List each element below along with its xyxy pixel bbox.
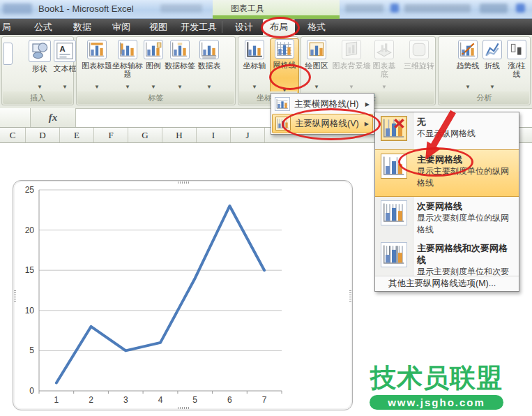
data-table-button[interactable]: 数据表 ▼ (194, 40, 225, 91)
column-header[interactable]: E (60, 128, 94, 142)
menu-item-primary-vertical-gridlines[interactable]: 主要纵网格线(V) ▶ (272, 114, 373, 133)
group-label-insert: 插入 (3, 91, 73, 104)
data-labels-button[interactable]: 数据标签 ▼ (165, 40, 195, 91)
column-header[interactable]: I (197, 128, 231, 142)
column-header[interactable]: J (231, 128, 265, 142)
dropdown-arrow-icon: ▼ (252, 83, 257, 91)
submenu-item-major-gridlines[interactable]: 主要网格线 显示主要刻度单位的纵网格线 (375, 149, 519, 197)
lines-label: 折线 (485, 61, 500, 82)
column-header[interactable]: D (26, 128, 60, 142)
svg-text:5: 5 (192, 395, 197, 405)
blurred-icon (390, 3, 399, 13)
tab-design[interactable]: 设计 (227, 19, 261, 35)
chart-resize-handle-left[interactable] (14, 290, 16, 302)
ribbon-group-analysis: 趋势线 ▼ 折线 ▼ 涨/柱线 分析 (438, 36, 531, 105)
submenu-item-major-minor-gridlines[interactable]: 主要网格线和次要网格线 显示主要刻度单位和次要刻度单位的纵网格线 (375, 239, 519, 276)
shapes-button[interactable]: 形状 ▼ (26, 40, 54, 91)
blurred-area (160, 4, 202, 13)
tab-format[interactable]: 格式 (300, 19, 333, 35)
legend-button[interactable]: 图例 ▼ (142, 40, 165, 91)
tab-view[interactable]: 视图 (141, 19, 176, 35)
chart-tools-contextual-header: 图表工具 (213, 0, 340, 19)
column-header[interactable]: G (128, 128, 162, 142)
gridlines-label: 网格线 (273, 61, 296, 86)
excel-window: Book1 - Microsoft Excel 图表工具 局 公式 数据 审阅 … (0, 0, 532, 416)
shapes-label: 形状 (32, 64, 47, 82)
picture-button-partial[interactable] (3, 43, 13, 65)
lines-button[interactable]: 折线 ▼ (482, 40, 503, 91)
submenu-item-minor-gridlines[interactable]: 次要网格线 显示次要刻度单位的纵网格线 (375, 197, 519, 239)
rotation-3d-button[interactable]: 三维旋转 (402, 40, 436, 91)
ribbon: 形状 ▼ A 文本框 ▼ 插入 图表标题 ▼ 坐标轴标题 ▼ (0, 35, 532, 108)
chart-wall-icon (342, 40, 361, 59)
axis-titles-icon (118, 40, 137, 59)
window-title: Book1 - Microsoft Excel (38, 3, 134, 14)
tab-page-layout-partial[interactable]: 局 (0, 19, 13, 35)
gridlines-button[interactable]: 网格线 ▼ (270, 38, 299, 96)
chart-resize-handle-right[interactable] (349, 290, 351, 302)
vertical-gridlines-submenu: 无 不显示纵网格线 主要网格线 显示主要刻度单位的纵网格线 次要网格线 显示次要… (374, 112, 519, 292)
dropdown-arrow-icon: ▼ (177, 83, 183, 91)
plot-area-button[interactable]: 绘图区 ▼ (303, 40, 330, 91)
svg-text:15: 15 (25, 265, 35, 275)
group-label-analysis: 分析 (439, 91, 529, 104)
updown-bars-icon (507, 40, 526, 59)
svg-text:10: 10 (25, 306, 35, 315)
data-table-label: 数据表 (198, 61, 221, 82)
tab-review[interactable]: 审阅 (103, 19, 139, 35)
axis-titles-button[interactable]: 坐标轴标题 ▼ (112, 40, 143, 91)
chart-tools-label: 图表工具 (213, 0, 340, 15)
menu-item-label: 主要纵网格线(V) (295, 118, 359, 130)
dropdown-arrow-icon: ▼ (94, 83, 100, 91)
axis-titles-label: 坐标轴标题 (112, 61, 143, 82)
submenu-item-more-options[interactable]: 其他主要纵网格线选项(M)... (375, 276, 519, 291)
dropdown-arrow-icon: ▼ (349, 83, 354, 91)
shapes-icon (29, 40, 51, 62)
updown-bars-button[interactable]: 涨/柱线 (506, 40, 527, 91)
column-header[interactable]: C (0, 128, 26, 142)
textbox-button[interactable]: A 文本框 ▼ (52, 40, 77, 91)
menu-item-primary-horizontal-gridlines[interactable]: 主要横网格线(H) ▶ (272, 94, 373, 114)
submenu-item-title: 无 (417, 116, 513, 128)
blurred-icon (516, 3, 525, 13)
major-minor-gridlines-icon (381, 242, 407, 267)
chart-wall-label: 图表背景墙 (333, 61, 371, 82)
chart-resize-handle-bottom[interactable] (178, 407, 189, 409)
submenu-item-none[interactable]: 无 不显示纵网格线 (375, 112, 519, 149)
data-labels-icon (170, 40, 190, 59)
quick-access-toolbar-blurred (3, 3, 32, 14)
data-labels-label: 数据标签 (165, 61, 195, 82)
column-header[interactable]: H (162, 128, 197, 142)
tab-layout-active[interactable]: 布局 (263, 19, 295, 35)
submenu-item-title: 主要网格线 (417, 154, 513, 165)
column-header[interactable]: F (94, 128, 128, 142)
trendline-button[interactable]: 趋势线 ▼ (454, 40, 482, 91)
chart-resize-handle-top[interactable] (178, 181, 189, 184)
chart-floor-button[interactable]: 图表基底 ▼ (372, 40, 396, 91)
chart-wall-button[interactable]: 图表背景墙 ▼ (331, 40, 372, 91)
svg-text:A: A (60, 45, 66, 53)
tab-separator (222, 21, 222, 33)
dropdown-arrow-icon: ▼ (125, 83, 130, 91)
svg-text:5: 5 (29, 346, 34, 355)
svg-text:0: 0 (29, 386, 34, 396)
tab-formulas[interactable]: 公式 (25, 19, 61, 35)
tab-data[interactable]: 数据 (64, 19, 100, 35)
plot-area-icon (307, 40, 326, 59)
dropdown-arrow-icon: ▼ (465, 83, 471, 91)
insert-function-button[interactable]: fx (31, 108, 76, 127)
ribbon-group-insert: 形状 ▼ A 文本框 ▼ 插入 (1, 36, 74, 105)
chart-title-icon (87, 40, 107, 59)
axes-button[interactable]: 坐标轴 ▼ (241, 40, 268, 91)
name-box[interactable] (0, 108, 31, 127)
textbox-icon: A (54, 40, 76, 62)
title-bar: Book1 - Microsoft Excel 图表工具 (0, 0, 532, 19)
dropdown-arrow-icon: ▼ (206, 83, 212, 91)
dropdown-arrow-icon: ▼ (381, 83, 387, 91)
updown-bars-label: 涨/柱线 (506, 61, 527, 91)
chart-title-button[interactable]: 图表标题 ▼ (82, 40, 112, 91)
tab-developer[interactable]: 开发工具 (176, 19, 222, 35)
chart-object[interactable]: 05101520251234567 (13, 180, 353, 410)
dropdown-arrow-icon: ▼ (151, 83, 156, 91)
ribbon-group-labels: 图表标题 ▼ 坐标轴标题 ▼ 图例 ▼ 数据标签 ▼ 数据表 ▼ (76, 36, 236, 105)
